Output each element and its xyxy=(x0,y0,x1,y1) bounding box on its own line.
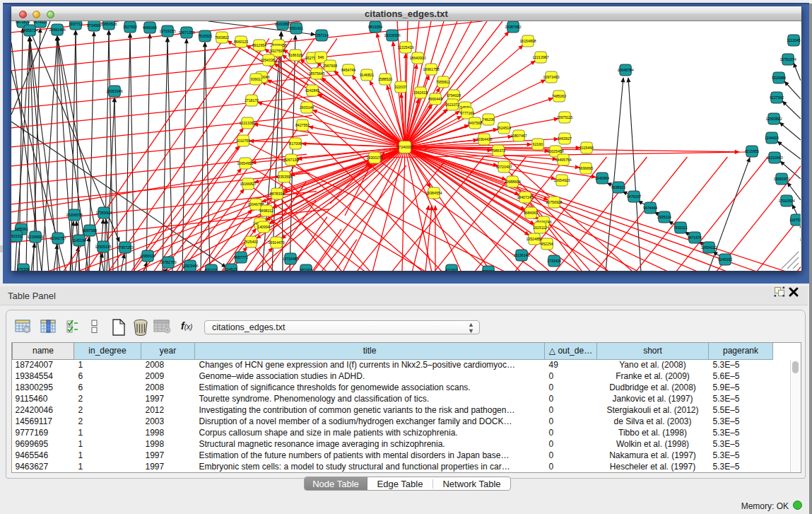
svg-text:8471676: 8471676 xyxy=(688,235,702,240)
svg-text:6497568: 6497568 xyxy=(468,121,482,125)
svg-text:20756928: 20756928 xyxy=(546,200,562,204)
svg-text:14495754: 14495754 xyxy=(555,158,571,162)
svg-text:10671355: 10671355 xyxy=(178,30,194,35)
svg-text:975306: 975306 xyxy=(17,267,29,271)
svg-text:3915311: 3915311 xyxy=(11,234,23,238)
svg-text:1733426: 1733426 xyxy=(547,259,561,263)
svg-text:13353594: 13353594 xyxy=(276,175,292,179)
svg-text:1937712: 1937712 xyxy=(69,22,83,26)
svg-text:10654112: 10654112 xyxy=(701,245,717,250)
svg-text:12342757: 12342757 xyxy=(49,236,66,240)
svg-text:62160: 62160 xyxy=(533,142,543,146)
svg-text:10720407: 10720407 xyxy=(495,165,512,169)
svg-text:1167533: 1167533 xyxy=(789,218,801,222)
svg-text:9329986: 9329986 xyxy=(772,76,786,80)
svg-text:8912954: 8912954 xyxy=(252,43,266,47)
svg-text:6479197: 6479197 xyxy=(627,194,641,199)
svg-text:1621072: 1621072 xyxy=(445,103,459,107)
svg-text:140994: 140994 xyxy=(257,225,269,229)
svg-text:9498212: 9498212 xyxy=(259,209,273,213)
svg-text:1010755: 1010755 xyxy=(236,139,250,143)
svg-text:7986372: 7986372 xyxy=(491,148,505,153)
svg-text:421907: 421907 xyxy=(445,268,457,271)
svg-text:1615112: 1615112 xyxy=(533,226,547,230)
svg-text:9327509: 9327509 xyxy=(270,49,284,53)
svg-text:8186328: 8186328 xyxy=(288,53,302,57)
svg-text:9351421: 9351421 xyxy=(289,26,303,30)
svg-text:10025458: 10025458 xyxy=(547,149,563,153)
svg-text:15751074: 15751074 xyxy=(779,57,796,62)
svg-text:2603144: 2603144 xyxy=(300,105,314,110)
svg-text:817006: 817006 xyxy=(289,141,301,146)
svg-text:2967608: 2967608 xyxy=(323,64,337,68)
svg-text:8873829: 8873829 xyxy=(16,21,30,24)
svg-text:452254: 452254 xyxy=(541,242,553,246)
svg-text:15692971: 15692971 xyxy=(773,177,789,181)
svg-text:9657771: 9657771 xyxy=(234,255,248,259)
svg-text:7515525: 7515525 xyxy=(198,34,212,38)
svg-text:1145194: 1145194 xyxy=(72,238,86,243)
svg-text:17010504: 17010504 xyxy=(778,199,794,203)
svg-text:15136141: 15136141 xyxy=(513,253,529,257)
svg-text:20364436: 20364436 xyxy=(476,137,492,141)
svg-text:19300273: 19300273 xyxy=(366,156,382,160)
svg-text:7357214: 7357214 xyxy=(314,33,329,37)
svg-text:19218306: 19218306 xyxy=(384,33,400,37)
svg-text:10958107: 10958107 xyxy=(139,254,155,258)
svg-text:7663822: 7663822 xyxy=(215,35,229,40)
svg-text:9242845: 9242845 xyxy=(305,88,319,93)
svg-text:19384554: 19384554 xyxy=(425,191,442,195)
svg-text:2935114: 2935114 xyxy=(657,215,671,219)
svg-text:15716485: 15716485 xyxy=(282,257,298,261)
svg-text:7485063: 7485063 xyxy=(552,94,566,98)
svg-text:16961758: 16961758 xyxy=(423,67,439,71)
svg-text:18640910: 18640910 xyxy=(409,56,425,60)
svg-text:20691406: 20691406 xyxy=(49,28,65,32)
svg-text:9684067: 9684067 xyxy=(524,211,538,215)
svg-text:1527602: 1527602 xyxy=(123,25,137,29)
svg-text:10807467: 10807467 xyxy=(510,134,526,138)
svg-text:8813054: 8813054 xyxy=(368,25,382,29)
svg-text:7625402: 7625402 xyxy=(244,240,258,244)
svg-text:9674321: 9674321 xyxy=(33,21,47,24)
svg-text:10688609: 10688609 xyxy=(504,180,520,184)
svg-text:733201: 733201 xyxy=(482,269,494,271)
svg-text:16154808: 16154808 xyxy=(519,39,536,43)
svg-text:17240007: 17240007 xyxy=(396,145,413,149)
svg-text:10654952: 10654952 xyxy=(237,161,253,165)
svg-text:8660123: 8660123 xyxy=(234,40,248,44)
svg-text:20053346: 20053346 xyxy=(106,89,122,93)
svg-text:13654923: 13654923 xyxy=(553,178,570,182)
svg-text:9245032: 9245032 xyxy=(718,257,732,262)
svg-text:2718170: 2718170 xyxy=(245,98,259,103)
svg-text:10973493: 10973493 xyxy=(543,75,559,79)
svg-text:8990443: 8990443 xyxy=(428,97,442,101)
svg-text:8878334: 8878334 xyxy=(270,192,284,196)
svg-text:7632021: 7632021 xyxy=(673,226,688,230)
svg-text:13524851: 13524851 xyxy=(526,237,542,241)
svg-text:16648784: 16648784 xyxy=(617,68,633,72)
svg-text:17957253: 17957253 xyxy=(117,245,133,250)
svg-text:9463627: 9463627 xyxy=(558,136,572,141)
svg-text:322037: 322037 xyxy=(394,85,406,89)
svg-text:8454749: 8454749 xyxy=(341,68,355,72)
svg-text:10782759: 10782759 xyxy=(160,260,176,264)
svg-text:12156829: 12156829 xyxy=(27,235,43,239)
svg-text:7955812: 7955812 xyxy=(436,80,450,84)
svg-text:6466160: 6466160 xyxy=(143,25,157,30)
svg-text:14055724: 14055724 xyxy=(21,28,37,33)
svg-text:18575645: 18575645 xyxy=(308,71,324,76)
svg-text:1588520: 1588520 xyxy=(378,77,392,81)
svg-text:12505135: 12505135 xyxy=(95,245,111,249)
svg-text:1562615: 1562615 xyxy=(413,90,428,95)
svg-text:832101: 832101 xyxy=(205,268,217,271)
svg-text:6794028: 6794028 xyxy=(447,93,461,98)
svg-text:10719155: 10719155 xyxy=(159,29,175,33)
svg-text:1640954: 1640954 xyxy=(595,176,609,180)
svg-text:9146821: 9146821 xyxy=(360,73,374,77)
svg-text:12923446: 12923446 xyxy=(182,264,198,268)
svg-text:10543362: 10543362 xyxy=(260,58,276,62)
svg-text:19166827: 19166827 xyxy=(240,182,256,186)
svg-text:8267130: 8267130 xyxy=(284,158,298,162)
svg-text:20206578: 20206578 xyxy=(66,213,82,217)
